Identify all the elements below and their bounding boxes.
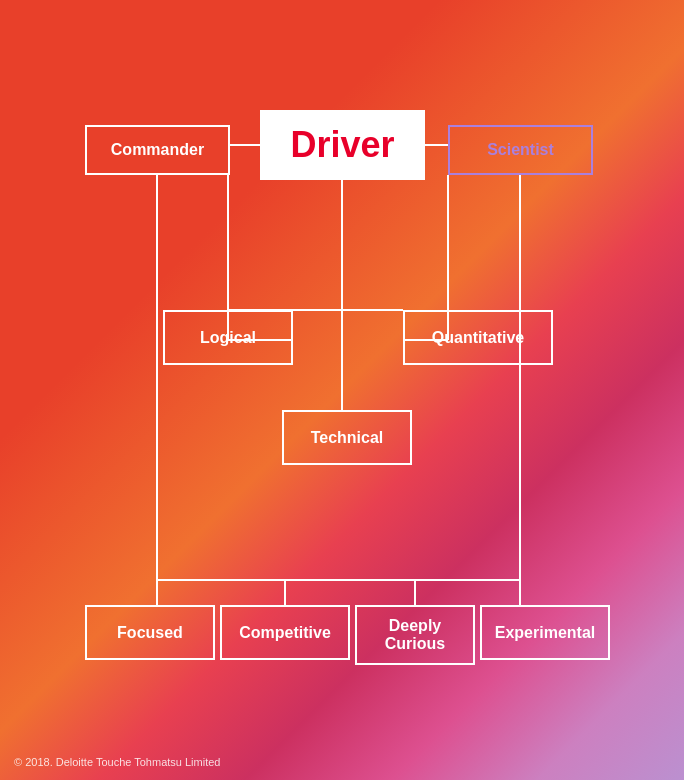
logical-node: Logical — [163, 310, 293, 365]
quantitative-node: Quantitative — [403, 310, 553, 365]
experimental-node: Experimental — [480, 605, 610, 660]
technical-node: Technical — [282, 410, 412, 465]
deeply-curious-node: Deeply Curious — [355, 605, 475, 665]
scientist-node: Scientist — [448, 125, 593, 175]
driver-node: Driver — [260, 110, 425, 180]
footer-text: © 2018. Deloitte Touche Tohmatsu Limited — [14, 756, 220, 768]
background-canvas: Driver Commander Scientist Logical Quant… — [0, 0, 684, 780]
competitive-node: Competitive — [220, 605, 350, 660]
commander-node: Commander — [85, 125, 230, 175]
focused-node: Focused — [85, 605, 215, 660]
